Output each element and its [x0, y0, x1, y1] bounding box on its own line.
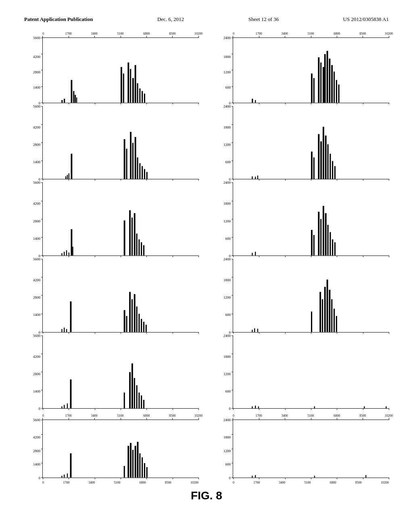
svg-rect-107	[334, 309, 335, 332]
svg-rect-44	[252, 176, 252, 179]
svg-rect-26	[331, 65, 333, 102]
header-patent: US 2012/0305838 A1	[343, 16, 389, 23]
header: Patent Application Publication Dec. 6, 2…	[24, 16, 389, 23]
svg-rect-66	[134, 213, 136, 256]
svg-rect-54	[330, 154, 331, 179]
svg-rect-121	[252, 406, 252, 408]
y-axis-chart-5-left: 56004200280014000	[24, 336, 42, 409]
svg-rect-94	[141, 319, 142, 332]
svg-rect-81	[332, 239, 333, 256]
svg-rect-56	[334, 166, 336, 179]
chart-area-chart-2-left	[42, 106, 198, 180]
y-axis-chart-1-right: 2400180012006000	[215, 38, 232, 103]
svg-rect-45	[255, 177, 256, 179]
svg-rect-129	[67, 474, 68, 478]
page: Patent Application Publication Dec. 6, 2…	[0, 0, 413, 532]
svg-rect-141	[252, 476, 252, 478]
svg-rect-126	[386, 406, 386, 408]
svg-rect-17	[255, 100, 256, 102]
svg-rect-143	[314, 476, 315, 478]
svg-rect-0	[61, 100, 63, 102]
svg-rect-90	[131, 299, 133, 332]
y-axis-chart-6-right: 2400180012006000	[215, 420, 232, 478]
svg-rect-42	[144, 169, 145, 179]
svg-rect-9	[130, 69, 131, 103]
header-publication: Patent Application Publication	[24, 16, 93, 23]
svg-rect-14	[142, 91, 143, 103]
svg-rect-65	[131, 218, 133, 256]
chart-wrapper-chart-6-right: 0170034005100680085001020024001800120060…	[215, 412, 389, 485]
svg-rect-34	[124, 139, 125, 179]
chart-wrapper-chart-1-right: 0170034005100680085001020024001800120060…	[215, 30, 389, 103]
chart-wrapper-chart-5-right: 2400180012006000	[215, 336, 389, 409]
svg-rect-108	[336, 316, 337, 332]
svg-rect-51	[323, 127, 324, 179]
svg-rect-82	[334, 242, 336, 256]
svg-rect-110	[64, 405, 65, 408]
chart-wrapper-chart-3-right: 2400180012006000	[215, 183, 389, 256]
svg-rect-16	[252, 99, 253, 103]
top-axis-chart-1-left: 01700340051006800850010200	[42, 30, 198, 38]
svg-rect-68	[138, 239, 140, 256]
svg-rect-109	[61, 406, 62, 408]
svg-rect-20	[318, 57, 319, 102]
chart-wrapper-chart-5-left: 56004200280014000	[24, 336, 198, 409]
svg-rect-122	[255, 405, 256, 408]
svg-rect-21	[320, 62, 321, 103]
svg-rect-49	[318, 134, 319, 179]
chart-wrapper-chart-4-left: 56004200280014000	[24, 259, 198, 332]
svg-rect-105	[329, 290, 330, 332]
svg-rect-103	[324, 287, 326, 332]
svg-rect-87	[124, 310, 125, 332]
top-axis-chart-6-right: 01700340051006800850010200	[233, 412, 389, 420]
svg-rect-86	[70, 301, 72, 332]
svg-rect-96	[146, 325, 147, 332]
svg-rect-32	[69, 173, 69, 179]
svg-rect-89	[129, 292, 131, 332]
charts-container: 0170034005100680085001020056004200280014…	[24, 30, 389, 485]
svg-rect-15	[144, 94, 145, 102]
svg-rect-24	[327, 51, 328, 103]
svg-rect-114	[129, 372, 131, 408]
svg-rect-111	[67, 403, 68, 409]
svg-rect-76	[320, 219, 321, 256]
svg-rect-63	[124, 220, 125, 256]
svg-rect-38	[135, 137, 136, 179]
svg-rect-132	[127, 446, 129, 478]
svg-rect-120	[143, 400, 144, 409]
svg-rect-1	[64, 99, 65, 103]
svg-rect-46	[257, 175, 258, 179]
svg-rect-25	[329, 58, 330, 102]
figure-label: FIG. 8	[24, 489, 389, 502]
header-date: Dec. 6, 2012	[157, 16, 184, 23]
svg-rect-115	[131, 363, 133, 408]
svg-rect-88	[126, 316, 127, 332]
svg-rect-92	[136, 306, 138, 332]
svg-rect-127	[61, 476, 62, 478]
chart-area-chart-3-left	[42, 183, 198, 256]
svg-rect-140	[146, 467, 148, 478]
chart-wrapper-chart-1-left: 0170034005100680085001020056004200280014…	[24, 30, 198, 103]
svg-rect-57	[61, 254, 62, 256]
svg-rect-70	[143, 245, 144, 256]
svg-rect-72	[255, 252, 256, 256]
svg-rect-6	[121, 67, 122, 102]
y-axis-chart-3-right: 2400180012006000	[215, 183, 232, 256]
svg-rect-99	[257, 329, 258, 332]
y-axis-chart-4-right: 2400180012006000	[215, 259, 232, 332]
svg-rect-78	[325, 213, 327, 256]
svg-rect-29	[338, 85, 340, 103]
svg-rect-5	[76, 98, 77, 103]
svg-rect-69	[141, 242, 142, 256]
chart-area-chart-4-right	[233, 259, 389, 332]
top-axis-chart-6-left: 01700340051006800850010200	[42, 412, 198, 420]
svg-rect-130	[70, 453, 72, 478]
svg-rect-18	[311, 73, 313, 102]
svg-rect-3	[73, 91, 74, 103]
svg-rect-67	[136, 234, 138, 256]
svg-rect-48	[313, 157, 315, 179]
svg-rect-85	[66, 329, 67, 332]
svg-rect-79	[327, 225, 329, 256]
svg-rect-112	[70, 379, 72, 408]
svg-rect-73	[311, 230, 313, 256]
